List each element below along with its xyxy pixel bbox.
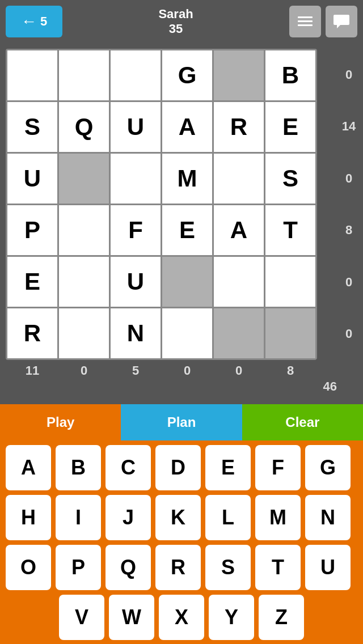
row-score-0: 0 [340, 50, 357, 100]
menu-button[interactable] [289, 6, 321, 37]
grid-cell-16[interactable] [214, 154, 264, 204]
grid-cell-0[interactable] [7, 50, 57, 100]
key-l[interactable]: L [205, 495, 251, 540]
grid-cell-24[interactable]: E [7, 257, 57, 307]
chat-button[interactable] [326, 6, 357, 37]
grid-cell-28[interactable] [214, 257, 264, 307]
key-p[interactable]: P [56, 545, 101, 590]
grid-cell-11[interactable]: E [265, 102, 315, 152]
keys-container: ABCDEFGHIJKLMNOPQRSTUVWXYZ [0, 440, 363, 640]
key-x[interactable]: X [159, 595, 204, 640]
grid-cell-19[interactable] [59, 205, 109, 255]
grid-cell-17[interactable]: S [265, 154, 315, 204]
grid-cell-3[interactable]: G [162, 50, 212, 100]
key-s[interactable]: S [205, 545, 251, 590]
grid-cell-22[interactable]: A [214, 205, 264, 255]
grid-cell-2[interactable] [111, 50, 161, 100]
grid-cell-15[interactable]: M [162, 154, 212, 204]
col-scores: 1105008 [7, 360, 337, 378]
menu-icon [297, 13, 314, 30]
key-t[interactable]: T [255, 545, 301, 590]
key-q[interactable]: Q [105, 545, 151, 590]
key-d[interactable]: D [155, 445, 201, 490]
grid-cell-35[interactable] [265, 308, 315, 358]
key-a[interactable]: A [6, 445, 51, 490]
back-count: 5 [40, 14, 47, 29]
grid-cell-27[interactable] [162, 257, 212, 307]
key-r[interactable]: R [155, 545, 201, 590]
grid-cell-21[interactable]: E [162, 205, 212, 255]
grid-cell-13[interactable] [59, 154, 109, 204]
row-score-1: 14 [340, 101, 357, 151]
grid-cell-5[interactable]: B [265, 50, 315, 100]
grid-cell-4[interactable] [214, 50, 264, 100]
grid-cell-23[interactable]: T [265, 205, 315, 255]
key-m[interactable]: M [255, 495, 301, 540]
key-y[interactable]: Y [209, 595, 254, 640]
grid-outer: GBSQUAREUMSPFEATEURN [6, 49, 317, 360]
board-container: GBSQUAREUMSPFEATEURN 1105008 0140800 [6, 49, 357, 378]
game-grid: GBSQUAREUMSPFEATEURN [7, 50, 315, 358]
grid-cell-10[interactable]: R [214, 102, 264, 152]
grid-cell-31[interactable] [59, 308, 109, 358]
key-k[interactable]: K [155, 495, 201, 540]
key-f[interactable]: F [255, 445, 301, 490]
svg-rect-1 [298, 20, 313, 22]
key-row-1: HIJKLMN [6, 495, 357, 540]
key-n[interactable]: N [305, 495, 351, 540]
grid-cell-34[interactable] [214, 308, 264, 358]
grid-cell-14[interactable] [111, 154, 161, 204]
svg-rect-2 [298, 24, 313, 26]
row-score-3: 8 [340, 205, 357, 255]
key-w[interactable]: W [109, 595, 154, 640]
key-u[interactable]: U [305, 545, 351, 590]
grid-cell-6[interactable]: S [7, 102, 57, 152]
col-score-4: 0 [214, 363, 264, 378]
grid-cell-12[interactable]: U [7, 154, 57, 204]
player-score: 35 [158, 22, 193, 36]
player-info: Sarah 35 [158, 7, 193, 36]
grid-cell-30[interactable]: R [7, 308, 57, 358]
key-j[interactable]: J [105, 495, 151, 540]
grid-cell-18[interactable]: P [7, 205, 57, 255]
row-score-2: 0 [340, 154, 357, 204]
col-score-5: 8 [265, 363, 315, 378]
grid-cell-25[interactable] [59, 257, 109, 307]
player-name: Sarah [158, 7, 193, 22]
key-i[interactable]: I [56, 495, 101, 540]
key-row-2: OPQRSTU [6, 545, 357, 590]
grid-cell-33[interactable] [162, 308, 212, 358]
col-score-0: 11 [7, 363, 57, 378]
total-score-area: 46 [6, 379, 357, 394]
key-b[interactable]: B [56, 445, 101, 490]
svg-rect-0 [298, 16, 313, 18]
key-v[interactable]: V [59, 595, 104, 640]
grid-cell-7[interactable]: Q [59, 102, 109, 152]
key-row-3: VWXYZ [6, 595, 357, 640]
chat-icon [333, 13, 350, 30]
key-z[interactable]: Z [259, 595, 304, 640]
play-button[interactable]: Play [0, 404, 121, 440]
grid-cell-32[interactable]: N [111, 308, 161, 358]
action-buttons: Play Plan Clear [0, 404, 363, 440]
clear-button[interactable]: Clear [242, 404, 363, 440]
key-o[interactable]: O [6, 545, 51, 590]
plan-button[interactable]: Plan [121, 404, 242, 440]
grid-cell-9[interactable]: A [162, 102, 212, 152]
row-score-4: 0 [340, 257, 357, 307]
header: ← 5 Sarah 35 [0, 0, 363, 43]
col-score-1: 0 [59, 363, 109, 378]
key-c[interactable]: C [105, 445, 151, 490]
key-e[interactable]: E [205, 445, 251, 490]
key-h[interactable]: H [6, 495, 51, 540]
grid-cell-20[interactable]: F [111, 205, 161, 255]
col-score-2: 5 [111, 363, 161, 378]
header-right [289, 6, 357, 37]
grid-cell-26[interactable]: U [111, 257, 161, 307]
grid-cell-8[interactable]: U [111, 102, 161, 152]
grid-cell-1[interactable] [59, 50, 109, 100]
row-scores: 0140800 [337, 49, 357, 360]
grid-cell-29[interactable] [265, 257, 315, 307]
back-button[interactable]: ← 5 [6, 6, 62, 37]
key-g[interactable]: G [305, 445, 351, 490]
